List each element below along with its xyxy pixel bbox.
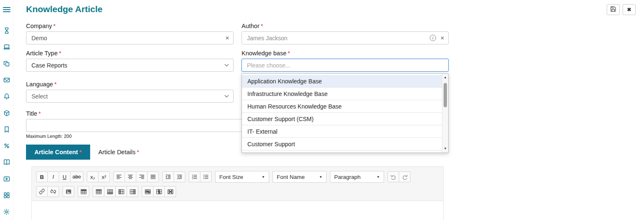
knowledge-base-input[interactable] xyxy=(242,59,449,72)
scroll-down-icon[interactable]: ▼ xyxy=(442,147,448,151)
unlink-icon[interactable] xyxy=(47,186,59,197)
rich-text-editor: B I U abe x₂ x² xyxy=(31,166,444,220)
menu-icon[interactable] xyxy=(0,3,13,16)
svg-text:3: 3 xyxy=(192,178,193,180)
chevron-down-icon xyxy=(225,93,229,98)
close-icon: ✖ xyxy=(627,7,631,13)
video-icon[interactable] xyxy=(0,171,13,187)
caret-down-icon: ▼ xyxy=(377,175,380,179)
language-value: Select xyxy=(31,93,48,100)
insert-row-above-icon[interactable] xyxy=(93,186,104,197)
superscript-button[interactable]: x² xyxy=(98,171,110,182)
align-justify-icon[interactable] xyxy=(147,171,159,182)
bookmark-icon[interactable] xyxy=(0,121,13,137)
dropdown-option[interactable]: IT- External xyxy=(242,125,442,138)
dropdown-option[interactable]: Human Resources Knowledge Base xyxy=(242,100,442,113)
dropdown-option[interactable]: Application Knowledge Base xyxy=(242,75,442,88)
save-icon xyxy=(610,6,616,13)
clear-icon[interactable]: ✕ xyxy=(440,36,444,41)
insert-table-icon[interactable] xyxy=(78,186,89,197)
required-asterisk: * xyxy=(39,110,41,117)
gear-icon[interactable] xyxy=(0,204,13,220)
article-type-label: Article Type* xyxy=(26,50,234,57)
align-center-icon[interactable] xyxy=(125,171,136,182)
scrollbar-thumb[interactable] xyxy=(444,83,447,107)
font-size-select[interactable]: Font Size ▼ xyxy=(215,171,269,183)
delete-column-icon[interactable] xyxy=(153,186,165,197)
indent-icon[interactable] xyxy=(162,171,174,182)
align-right-icon[interactable] xyxy=(136,171,148,182)
delete-table-icon[interactable] xyxy=(164,186,176,197)
font-size-value: Font Size xyxy=(219,174,243,180)
insert-image-icon[interactable] xyxy=(62,186,74,197)
company-label: Company* xyxy=(26,23,234,29)
insert-column-left-icon[interactable] xyxy=(115,186,127,197)
hourglass-icon[interactable] xyxy=(0,22,13,39)
article-type-value: Case Reports xyxy=(31,62,68,69)
clear-icon[interactable]: ✕ xyxy=(225,36,229,41)
book-icon[interactable] xyxy=(0,154,13,171)
underline-button[interactable]: U xyxy=(59,171,70,182)
dropdown-option[interactable]: Infrastructure Knowledge Base xyxy=(242,88,442,100)
required-asterisk: * xyxy=(59,50,62,57)
strikethrough-button[interactable]: abe xyxy=(70,171,83,182)
topbar: Knowledge Article ✖ xyxy=(26,4,636,15)
author-label: Author* xyxy=(242,23,449,29)
author-field: Author* i ✕ xyxy=(242,23,449,44)
editor-toolbar-row-2 xyxy=(32,183,443,197)
dropdown-scrollbar[interactable]: ▲ ▼ xyxy=(442,74,448,153)
page-title: Knowledge Article xyxy=(26,4,102,14)
info-icon[interactable]: i xyxy=(430,35,436,41)
language-field: Language* Select xyxy=(26,81,234,103)
copy-icon[interactable] xyxy=(0,55,13,72)
knowledge-article-form: Company* ✕ Author* i ✕ xyxy=(26,23,449,220)
laptop-icon[interactable] xyxy=(0,39,13,55)
caret-down-icon: ▼ xyxy=(319,175,322,179)
company-input[interactable] xyxy=(26,31,234,44)
insert-column-right-icon[interactable] xyxy=(127,186,138,197)
paragraph-select[interactable]: Paragraph ▼ xyxy=(330,171,384,183)
tab-article-details[interactable]: Article Details* xyxy=(90,145,148,160)
outdent-icon[interactable] xyxy=(174,171,185,182)
subscript-button[interactable]: x₂ xyxy=(87,171,99,182)
required-asterisk: * xyxy=(137,149,139,155)
cube-icon[interactable] xyxy=(0,105,13,121)
close-button[interactable]: ✖ xyxy=(623,4,636,15)
link-icon[interactable] xyxy=(36,186,48,197)
dropdown-option[interactable]: Customer Support xyxy=(242,138,442,150)
required-asterisk: * xyxy=(55,81,57,88)
editor-toolbar-row-1: B I U abe x₂ x² xyxy=(32,167,443,183)
font-name-select[interactable]: Font Name ▼ xyxy=(273,171,327,183)
bell-icon[interactable] xyxy=(0,88,13,105)
knowledge-base-field: Knowledge base* Application Knowledge Ba… xyxy=(242,50,449,72)
language-select[interactable]: Select xyxy=(26,90,234,103)
author-input[interactable] xyxy=(242,31,449,44)
mail-icon[interactable] xyxy=(0,72,13,88)
chevron-down-icon xyxy=(225,62,229,67)
scroll-up-icon[interactable]: ▲ xyxy=(442,75,448,80)
delete-row-icon[interactable] xyxy=(142,186,153,197)
redo-icon[interactable] xyxy=(399,171,410,182)
align-left-icon[interactable] xyxy=(113,171,125,182)
ordered-list-icon[interactable]: 123 xyxy=(189,171,200,182)
sidebar xyxy=(0,0,13,220)
editor-content[interactable] xyxy=(32,201,443,220)
tab-article-content[interactable]: Article Content* xyxy=(26,145,90,160)
apps-icon[interactable] xyxy=(0,187,13,203)
undo-icon[interactable] xyxy=(387,171,399,182)
paragraph-value: Paragraph xyxy=(334,174,361,180)
company-field: Company* ✕ xyxy=(26,23,234,44)
article-type-field: Article Type* Case Reports xyxy=(26,50,234,72)
required-asterisk: * xyxy=(288,50,290,57)
required-asterisk: * xyxy=(53,23,56,29)
unordered-list-icon[interactable] xyxy=(200,171,212,182)
bold-button[interactable]: B xyxy=(36,171,48,182)
italic-button[interactable]: I xyxy=(47,171,59,182)
save-button[interactable] xyxy=(607,4,620,15)
dropdown-option[interactable]: Customer Support (CSM) xyxy=(242,113,442,125)
insert-row-below-icon[interactable] xyxy=(104,186,116,197)
discount-icon[interactable] xyxy=(0,138,13,154)
article-type-select[interactable]: Case Reports xyxy=(26,59,234,72)
required-asterisk: * xyxy=(79,149,82,155)
app-root: Knowledge Article ✖ Company* xyxy=(0,0,644,220)
